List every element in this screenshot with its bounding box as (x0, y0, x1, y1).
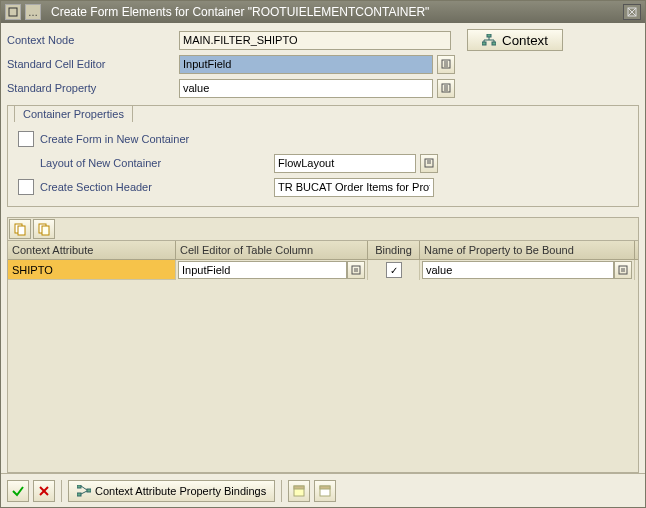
select-all-button[interactable] (288, 480, 310, 502)
cell-editor[interactable] (176, 260, 368, 280)
header-context-attribute[interactable]: Context Attribute (8, 241, 176, 259)
context-node-label: Context Node (7, 34, 175, 46)
table-row[interactable]: SHIPTO ✓ (8, 260, 638, 280)
cell-editor-input[interactable] (178, 261, 347, 279)
bindings-icon (77, 485, 91, 497)
grid-header: Context Attribute Cell Editor of Table C… (8, 241, 638, 260)
create-section-checkbox[interactable] (18, 179, 34, 195)
svg-line-38 (81, 491, 87, 494)
attribute-grid: Context Attribute Cell Editor of Table C… (7, 217, 639, 473)
titlebar: … Create Form Elements for Container "RO… (1, 1, 645, 23)
context-button-label: Context (502, 33, 548, 48)
header-property-name[interactable]: Name of Property to Be Bound (420, 241, 635, 259)
std-cell-editor-dropdown-icon[interactable] (437, 55, 455, 74)
layout-label: Layout of New Container (40, 157, 161, 169)
svg-rect-5 (482, 42, 486, 45)
property-name-dropdown-icon[interactable] (614, 261, 632, 279)
header-binding[interactable]: Binding (368, 241, 420, 259)
svg-rect-42 (320, 486, 330, 489)
svg-rect-26 (352, 266, 360, 274)
container-properties-panel: Container Properties Create Form in New … (7, 105, 639, 207)
cell-context-attribute[interactable]: SHIPTO (8, 260, 176, 280)
grid-body: SHIPTO ✓ (8, 260, 638, 472)
context-attribute-bindings-button[interactable]: Context Attribute Property Bindings (68, 480, 275, 502)
paste-button[interactable] (33, 219, 55, 239)
svg-rect-36 (87, 489, 91, 492)
std-property-input[interactable] (179, 79, 433, 98)
context-button[interactable]: Context (467, 29, 563, 51)
std-property-label: Standard Property (7, 82, 175, 94)
svg-rect-25 (42, 226, 49, 235)
svg-rect-34 (77, 485, 81, 488)
close-icon[interactable] (623, 4, 641, 20)
separator (281, 480, 282, 502)
window-title: Create Form Elements for Container "ROOT… (45, 5, 619, 19)
section-header-input[interactable] (274, 178, 434, 197)
svg-rect-6 (492, 42, 496, 45)
cancel-button[interactable] (33, 480, 55, 502)
bindings-button-label: Context Attribute Property Bindings (95, 485, 266, 497)
cell-editor-dropdown-icon[interactable] (347, 261, 365, 279)
create-section-label: Create Section Header (40, 181, 152, 193)
create-form-checkbox[interactable] (18, 131, 34, 147)
context-node-input[interactable] (179, 31, 451, 50)
system-menu-icon[interactable] (5, 4, 21, 20)
svg-rect-4 (487, 34, 491, 37)
panel-title: Container Properties (14, 105, 133, 122)
footer-toolbar: Context Attribute Property Bindings (1, 473, 645, 507)
copy-button[interactable] (9, 219, 31, 239)
header-cell-editor[interactable]: Cell Editor of Table Column (176, 241, 368, 259)
svg-rect-23 (18, 226, 25, 235)
std-cell-editor-input[interactable] (179, 55, 433, 74)
svg-rect-29 (619, 266, 627, 274)
cell-property-name[interactable] (420, 260, 635, 280)
content-area: Context Node Context Standard Cell Edito… (1, 23, 645, 473)
layout-dropdown-icon[interactable] (420, 154, 438, 173)
svg-rect-40 (294, 486, 304, 489)
svg-rect-35 (77, 493, 81, 496)
grid-toolbar (8, 218, 638, 241)
cell-context-attribute-text: SHIPTO (10, 264, 53, 276)
cell-binding[interactable]: ✓ (368, 260, 420, 280)
svg-rect-0 (9, 8, 17, 16)
titlebar-aux-icon[interactable]: … (25, 4, 41, 20)
deselect-all-button[interactable] (314, 480, 336, 502)
ok-button[interactable] (7, 480, 29, 502)
binding-checkbox[interactable]: ✓ (386, 262, 402, 278)
separator (61, 480, 62, 502)
std-property-dropdown-icon[interactable] (437, 79, 455, 98)
property-name-input[interactable] (422, 261, 614, 279)
create-form-label: Create Form in New Container (40, 133, 189, 145)
layout-input[interactable] (274, 154, 416, 173)
hierarchy-icon (482, 34, 496, 46)
svg-line-37 (81, 486, 87, 490)
dialog-window: … Create Form Elements for Container "RO… (0, 0, 646, 508)
std-cell-editor-label: Standard Cell Editor (7, 58, 175, 70)
